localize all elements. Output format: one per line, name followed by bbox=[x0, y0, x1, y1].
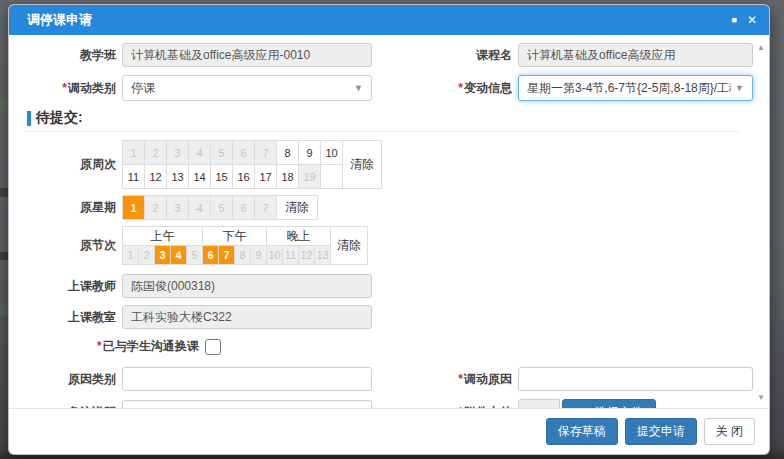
required-star: * bbox=[97, 339, 102, 353]
week-cell[interactable]: 11 bbox=[123, 165, 144, 188]
period-cell[interactable]: 9 bbox=[251, 246, 266, 264]
period-group-header: 上午 bbox=[123, 227, 202, 245]
period-cell[interactable]: 7 bbox=[219, 246, 234, 264]
period-cell[interactable]: 8 bbox=[235, 246, 250, 264]
dialog-footer: 保存草稿 提交申请 关 闭 bbox=[9, 408, 769, 454]
weekday-cell[interactable]: 2 bbox=[145, 196, 166, 219]
reason-type-label: 原因类别 bbox=[21, 371, 116, 388]
teaching-class-field bbox=[122, 43, 372, 67]
period-clear-button[interactable]: 清除 bbox=[331, 227, 367, 264]
period-group-header: 下午 bbox=[203, 227, 266, 245]
weekday-cell[interactable]: 6 bbox=[233, 196, 254, 219]
period-cell[interactable]: 5 bbox=[187, 246, 202, 264]
period-cell[interactable]: 11 bbox=[283, 246, 298, 264]
dialog-title: 调停课申请 bbox=[27, 11, 92, 29]
week-cell[interactable]: 15 bbox=[211, 165, 232, 188]
adjust-type-select[interactable]: 停课 ▼ bbox=[122, 75, 372, 101]
week-cell[interactable]: 10 bbox=[321, 141, 342, 164]
required-star: * bbox=[458, 81, 463, 95]
week-cell[interactable]: 5 bbox=[211, 141, 232, 164]
week-cell[interactable]: 18 bbox=[277, 165, 298, 188]
period-cell[interactable]: 6 bbox=[203, 246, 218, 264]
course-name-label: 课程名 bbox=[372, 47, 512, 64]
week-cell[interactable]: 8 bbox=[277, 141, 298, 164]
close-icon[interactable]: ✕ bbox=[747, 14, 757, 26]
week-clear-button[interactable]: 清除 bbox=[343, 141, 381, 188]
adjust-class-dialog: 调停课申请 ■ ✕ ▲ ▼ 教学班 课程名 *调动类别 停课 ▼ *变动信息 bbox=[8, 4, 770, 455]
week-cell[interactable]: 14 bbox=[189, 165, 210, 188]
week-cell[interactable]: 19 bbox=[299, 165, 320, 188]
pending-section-header: 待提交: bbox=[27, 109, 743, 127]
change-info-value: 星期一第3-4节,6-7节{2-5周,8-18周}/工科实验大楼C3... bbox=[527, 80, 731, 97]
teaching-class-label: 教学班 bbox=[21, 47, 116, 64]
remark-label: 备注说明 bbox=[21, 404, 116, 409]
scrollbar-down-arrow[interactable]: ▼ bbox=[757, 393, 765, 402]
period-grid: 清除 上午下午晚上12345678910111213 bbox=[122, 226, 368, 265]
week-cell[interactable]: 7 bbox=[255, 141, 276, 164]
remark-input[interactable] bbox=[122, 400, 372, 408]
period-cell[interactable]: 13 bbox=[315, 246, 330, 264]
weekday-grid: 清除 1234567 bbox=[122, 195, 318, 220]
week-cell[interactable]: 12 bbox=[145, 165, 166, 188]
weekday-cell[interactable]: 5 bbox=[211, 196, 232, 219]
adjust-reason-input[interactable] bbox=[518, 367, 753, 391]
chevron-down-icon: ▼ bbox=[735, 83, 744, 93]
folder-icon bbox=[575, 407, 589, 409]
choose-file-button[interactable]: 选择文件 bbox=[562, 399, 656, 408]
week-cell[interactable]: 6 bbox=[233, 141, 254, 164]
weekday-clear-button[interactable]: 清除 bbox=[277, 196, 317, 219]
choose-file-label: 选择文件 bbox=[595, 404, 643, 409]
attachment-label: *附件上传 bbox=[372, 404, 512, 409]
week-cell[interactable]: 13 bbox=[167, 165, 188, 188]
weekday-label: 原星期 bbox=[21, 199, 116, 216]
chevron-down-icon: ▼ bbox=[354, 83, 363, 93]
maximize-icon[interactable]: ■ bbox=[732, 16, 737, 25]
required-star: * bbox=[458, 372, 463, 386]
reason-type-input[interactable] bbox=[122, 367, 372, 391]
adjust-type-label: *调动类别 bbox=[21, 80, 116, 97]
period-cell[interactable]: 2 bbox=[139, 246, 154, 264]
classroom-field bbox=[122, 305, 372, 329]
weekday-cell[interactable]: 1 bbox=[123, 196, 144, 219]
week-cell[interactable]: 16 bbox=[233, 165, 254, 188]
close-button[interactable]: 关 闭 bbox=[704, 418, 755, 445]
week-cell[interactable]: 2 bbox=[145, 141, 166, 164]
classroom-label: 上课教室 bbox=[21, 309, 116, 326]
dialog-body: ▲ ▼ 教学班 课程名 *调动类别 停课 ▼ *变动信息 星期一第3-4节,6-… bbox=[9, 35, 769, 408]
change-info-label: *变动信息 bbox=[372, 80, 512, 97]
period-cell[interactable]: 12 bbox=[299, 246, 314, 264]
week-cell[interactable]: 1 bbox=[123, 141, 144, 164]
scrollbar-up-arrow[interactable]: ▲ bbox=[757, 43, 765, 52]
weekday-cell[interactable]: 4 bbox=[189, 196, 210, 219]
communicated-label: *已与学生沟通换课 bbox=[97, 338, 199, 355]
attachment-filename-box bbox=[518, 399, 560, 408]
teacher-label: 上课教师 bbox=[21, 278, 116, 295]
period-cell[interactable]: 1 bbox=[123, 246, 138, 264]
save-draft-button[interactable]: 保存草稿 bbox=[546, 418, 618, 445]
period-label: 原节次 bbox=[21, 237, 116, 254]
communicated-checkbox[interactable] bbox=[205, 339, 221, 355]
week-grid: 清除 12345678910111213141516171819 bbox=[122, 140, 382, 189]
week-cell[interactable]: 17 bbox=[255, 165, 276, 188]
week-label: 原周次 bbox=[21, 156, 116, 173]
weekday-cell[interactable]: 7 bbox=[255, 196, 276, 219]
section-divider bbox=[25, 131, 739, 132]
period-cell[interactable]: 10 bbox=[267, 246, 282, 264]
course-name-field bbox=[518, 43, 753, 67]
period-group-header: 晚上 bbox=[267, 227, 330, 245]
submit-application-button[interactable]: 提交申请 bbox=[625, 418, 697, 445]
adjust-type-value: 停课 bbox=[131, 80, 350, 97]
teacher-field bbox=[122, 274, 372, 298]
week-cell[interactable]: 3 bbox=[167, 141, 188, 164]
period-cell[interactable]: 3 bbox=[155, 246, 170, 264]
period-cell[interactable]: 4 bbox=[171, 246, 186, 264]
weekday-cell[interactable]: 3 bbox=[167, 196, 188, 219]
change-info-select[interactable]: 星期一第3-4节,6-7节{2-5周,8-18周}/工科实验大楼C3... ▼ bbox=[518, 75, 753, 101]
required-star: * bbox=[458, 405, 463, 409]
week-cell[interactable]: 9 bbox=[299, 141, 320, 164]
required-star: * bbox=[62, 81, 67, 95]
section-title: 待提交: bbox=[36, 109, 83, 127]
adjust-reason-label: *调动原因 bbox=[372, 371, 512, 388]
week-cell bbox=[321, 165, 342, 188]
week-cell[interactable]: 4 bbox=[189, 141, 210, 164]
